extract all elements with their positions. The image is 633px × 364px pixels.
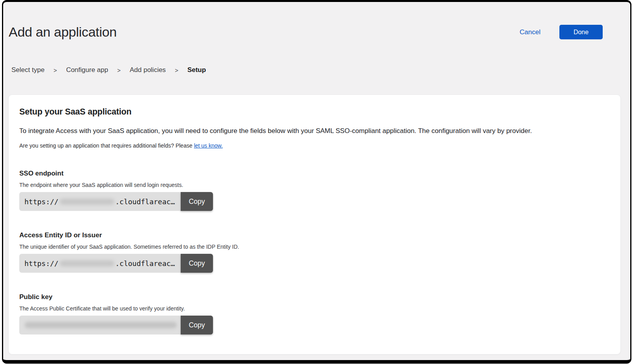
- done-button[interactable]: Done: [559, 25, 603, 39]
- card-help-text: Are you setting up an application that r…: [19, 142, 609, 149]
- breadcrumb-step-setup-current: Setup: [187, 66, 206, 74]
- sso-endpoint-group: SSO endpoint The endpoint where your Saa…: [19, 170, 609, 211]
- cancel-button[interactable]: Cancel: [517, 28, 543, 37]
- header-actions: Cancel Done: [517, 25, 603, 39]
- let-us-know-link[interactable]: let us know.: [194, 142, 223, 149]
- help-prompt-text: Are you setting up an application that r…: [19, 142, 194, 149]
- card-heading: Setup your SaaS application: [19, 107, 609, 117]
- copy-button[interactable]: Copy: [181, 192, 213, 211]
- url-prefix: https://: [24, 259, 59, 268]
- entity-id-value: https://.cloudflareac…: [19, 254, 181, 273]
- setup-card: Setup your SaaS application To integrate…: [8, 94, 621, 355]
- sso-endpoint-row: https://.cloudflareac… Copy: [19, 192, 213, 211]
- public-key-row: Copy: [19, 316, 213, 334]
- sso-endpoint-label: SSO endpoint: [19, 170, 609, 177]
- copy-button[interactable]: Copy: [181, 316, 213, 334]
- redacted-certificate: [25, 322, 177, 328]
- page-title: Add an application: [9, 24, 117, 40]
- breadcrumb-separator: >: [175, 67, 178, 74]
- breadcrumb-step-add-policies[interactable]: Add policies: [130, 66, 166, 74]
- breadcrumb-step-configure-app[interactable]: Configure app: [66, 66, 108, 74]
- card-intro-text: To integrate Access with your SaaS appli…: [19, 127, 609, 135]
- redacted-team-name: [60, 261, 114, 266]
- copy-button[interactable]: Copy: [181, 254, 213, 273]
- entity-id-description: The unique identifier of your SaaS appli…: [19, 244, 609, 250]
- app-window: Add an application Cancel Done Select ty…: [2, 0, 631, 364]
- breadcrumb: Select type > Configure app > Add polici…: [11, 66, 630, 74]
- entity-id-label: Access Entity ID or Issuer: [19, 231, 609, 239]
- url-suffix: .cloudflareac…: [115, 198, 175, 206]
- public-key-value: [19, 316, 181, 334]
- sso-endpoint-description: The endpoint where your SaaS application…: [19, 182, 609, 188]
- entity-id-row: https://.cloudflareac… Copy: [19, 254, 213, 273]
- breadcrumb-separator: >: [117, 67, 121, 74]
- breadcrumb-separator: >: [54, 67, 57, 74]
- redacted-team-name: [60, 199, 114, 205]
- page-header: Add an application Cancel Done: [9, 24, 603, 40]
- public-key-description: The Access Public Certificate that will …: [19, 305, 609, 312]
- sso-endpoint-value: https://.cloudflareac…: [19, 192, 181, 211]
- url-suffix: .cloudflareac…: [115, 259, 175, 268]
- entity-id-group: Access Entity ID or Issuer The unique id…: [19, 231, 609, 273]
- public-key-label: Public key: [19, 293, 609, 301]
- public-key-group: Public key The Access Public Certificate…: [19, 293, 609, 334]
- breadcrumb-step-select-type[interactable]: Select type: [11, 66, 44, 74]
- url-prefix: https://: [24, 198, 59, 206]
